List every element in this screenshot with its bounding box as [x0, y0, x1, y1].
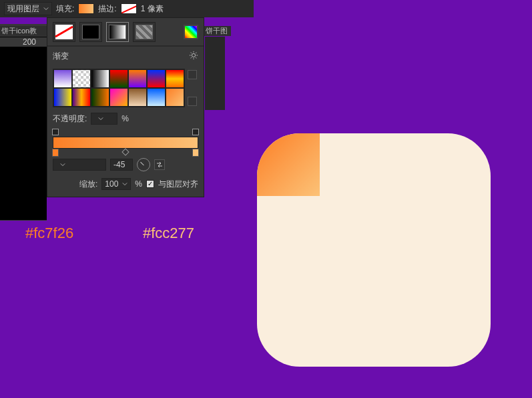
layer-target-label: 现用图层 [7, 3, 39, 15]
chevron-down-icon [98, 114, 103, 123]
document-tab-left[interactable]: 饼干icon教 [0, 26, 47, 36]
opacity-stop-left[interactable] [52, 129, 59, 135]
color-picker-button[interactable] [184, 25, 198, 39]
opacity-unit: % [121, 114, 129, 123]
hex-code-2: #fcc277 [143, 225, 194, 242]
gradient-preset-11[interactable] [128, 88, 147, 107]
gradient-preset-9[interactable] [91, 88, 109, 107]
gradient-header: 渐变 [47, 46, 204, 66]
scale-label: 缩放: [79, 179, 97, 190]
no-fill-button[interactable] [53, 22, 75, 42]
angle-input[interactable]: -45 [110, 159, 133, 171]
opacity-input[interactable] [91, 113, 117, 125]
stroke-swatch[interactable] [121, 3, 137, 14]
fill-swatch[interactable] [78, 3, 94, 14]
gradient-preset-1[interactable] [72, 69, 91, 88]
fill-flyout-panel: 渐变 不透明度: % -45 [47, 17, 204, 197]
scale-row: 缩放: 100 % ✓ 与图层对齐 [47, 175, 204, 197]
reverse-gradient-button[interactable] [154, 159, 165, 170]
color-stop-left[interactable] [52, 149, 59, 157]
align-layer-checkbox[interactable]: ✓ [146, 180, 154, 188]
gradient-preset-7[interactable] [53, 88, 72, 107]
svg-line-6 [196, 57, 196, 58]
gradient-style-dropdown[interactable] [53, 159, 106, 171]
fill-type-row [47, 18, 204, 46]
ruler-tick-label: 200 [23, 37, 36, 47]
hex-code-1: #fc7f26 [25, 225, 73, 242]
align-layer-label: 与图层对齐 [158, 179, 198, 190]
color-stop-right[interactable] [192, 149, 199, 157]
gradient-preset-2[interactable] [91, 69, 109, 88]
angle-dial[interactable] [137, 158, 150, 171]
solid-fill-icon [82, 25, 99, 39]
ruler-horizontal: 200 [0, 37, 47, 47]
svg-line-8 [196, 53, 196, 53]
chevron-down-icon [43, 4, 49, 13]
svg-line-7 [191, 57, 192, 58]
gradient-preset-13[interactable] [166, 88, 184, 107]
no-fill-icon [55, 25, 73, 39]
gradient-preset-10[interactable] [109, 88, 128, 107]
gear-icon[interactable] [189, 51, 198, 62]
opacity-row: 不透明度: % [47, 110, 204, 127]
gradient-fill-button[interactable] [106, 22, 129, 42]
gradient-bar[interactable] [53, 137, 198, 149]
new-preset-button[interactable] [188, 70, 197, 79]
opacity-label: 不透明度: [53, 113, 87, 125]
stroke-width: 1 像素 [141, 3, 164, 15]
scale-unit: % [135, 179, 142, 189]
svg-point-0 [192, 53, 195, 57]
gradient-presets [47, 66, 204, 110]
gradient-preset-4[interactable] [128, 69, 147, 88]
layer-target-dropdown[interactable]: 现用图层 [4, 2, 52, 15]
linear-gradient-icon [109, 25, 126, 39]
icon-preview-gradient [257, 133, 320, 196]
delete-preset-button[interactable] [188, 97, 197, 106]
pattern-fill-button[interactable] [133, 22, 156, 42]
gradient-editor [47, 127, 204, 154]
chevron-down-icon [60, 160, 65, 169]
solid-fill-button[interactable] [79, 22, 102, 42]
scale-input[interactable]: 100 [101, 178, 131, 190]
svg-line-5 [191, 53, 192, 53]
gradient-preset-5[interactable] [147, 69, 166, 88]
gradient-preset-12[interactable] [147, 88, 166, 107]
fill-label: 填充: [56, 3, 74, 15]
stroke-label: 描边: [98, 3, 116, 15]
gradient-preset-6[interactable] [166, 69, 184, 88]
pattern-fill-icon [136, 25, 153, 39]
options-bar: 现用图层 填充: 描边: 1 像素 [0, 0, 254, 17]
gradient-preset-0[interactable] [53, 69, 72, 88]
opacity-stop-right[interactable] [192, 129, 199, 135]
gradient-preset-3[interactable] [109, 69, 128, 88]
angle-row: -45 [47, 154, 204, 175]
chevron-down-icon [122, 179, 127, 189]
gradient-preset-8[interactable] [72, 88, 91, 107]
gradient-title: 渐变 [53, 51, 69, 62]
document-tab-right[interactable]: 饼干图 [204, 26, 231, 36]
